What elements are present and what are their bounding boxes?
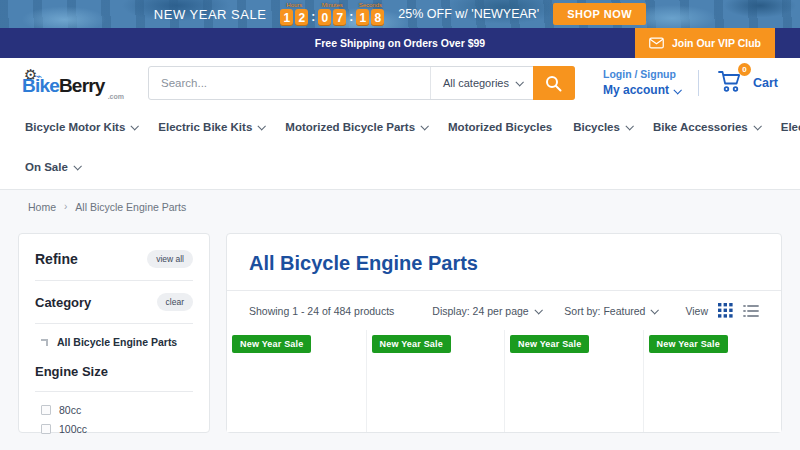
- mail-icon: [649, 37, 664, 49]
- nav-item-bike-accessories[interactable]: Bike Accessories: [653, 121, 760, 133]
- site-header: ⚙⌁ BikeBerry .com All categories Login /…: [0, 58, 800, 108]
- countdown-separator: :: [310, 9, 316, 26]
- display-per-page-dropdown[interactable]: Display: 24 per page: [432, 305, 540, 317]
- countdown-digit: 0: [318, 9, 331, 26]
- product-grid: New Year Sale New Year Sale New Year Sal…: [227, 330, 781, 432]
- view-toggle: View: [685, 303, 759, 318]
- grid-view-button[interactable]: [718, 303, 733, 318]
- chevron-down-icon: [534, 306, 542, 314]
- countdown-seconds: Seconds 1 8: [356, 2, 384, 26]
- chevron-down-icon: [753, 122, 761, 130]
- countdown-minutes-label: Minutes: [322, 2, 343, 9]
- sale-badge: New Year Sale: [649, 335, 728, 353]
- join-vip-club-label: Join Our VIP Club: [672, 37, 761, 49]
- chevron-down-icon: [420, 122, 428, 130]
- results-count: Showing 1 - 24 of 484 products: [249, 305, 394, 317]
- search-input[interactable]: [149, 67, 430, 99]
- countdown-digit: 7: [333, 9, 346, 26]
- checkbox-icon[interactable]: [41, 405, 51, 415]
- announcement-bar: Free Shipping on Orders Over $99 Join Ou…: [0, 28, 800, 58]
- category-selector[interactable]: All categories: [430, 67, 534, 99]
- nav-item-motorized-bicycles[interactable]: Motorized Bicycles: [448, 121, 552, 133]
- chevron-down-icon: [73, 162, 81, 170]
- countdown-digit: 1: [356, 9, 369, 26]
- search-button[interactable]: [533, 66, 575, 100]
- sidebar-divider: [35, 280, 193, 281]
- chevron-down-icon: [625, 122, 633, 130]
- category-title: Category: [35, 295, 91, 310]
- sidebar-divider: [35, 391, 193, 392]
- nav-row-secondary: On Sale: [25, 145, 775, 189]
- search-bar: All categories: [148, 66, 575, 100]
- countdown-hours-label: Hours: [286, 2, 302, 9]
- nav-item-motorized-bicycle-parts[interactable]: Motorized Bicycle Parts: [285, 121, 427, 133]
- my-account-label: My account: [603, 82, 669, 99]
- breadcrumb-current: All Bicycle Engine Parts: [75, 201, 186, 213]
- grid-view-icon: [718, 303, 733, 318]
- category-selector-value: All categories: [443, 77, 509, 89]
- category-bullet-icon: [41, 339, 48, 346]
- join-vip-club-button[interactable]: Join Our VIP Club: [635, 28, 775, 58]
- cart-label: Cart: [753, 76, 778, 90]
- nav-item-on-sale[interactable]: On Sale: [25, 161, 80, 173]
- my-account-menu[interactable]: My account: [603, 82, 680, 99]
- refine-title: Refine: [35, 251, 78, 267]
- checkbox-icon[interactable]: [41, 424, 51, 434]
- sidebar-divider: [35, 323, 193, 324]
- countdown-timer: Hours 1 2 : Minutes 0 7 : Seconds 1 8: [280, 2, 384, 26]
- product-card[interactable]: New Year Sale: [643, 330, 782, 432]
- bikeberry-logo[interactable]: ⚙⌁ BikeBerry .com: [22, 67, 130, 100]
- countdown-minutes: Minutes 0 7: [318, 2, 346, 26]
- search-icon: [545, 75, 562, 92]
- nav-row-primary: Bicycle Motor Kits Electric Bike Kits Mo…: [25, 108, 775, 145]
- product-listing: All Bicycle Engine Parts Showing 1 - 24 …: [226, 233, 782, 433]
- list-view-button[interactable]: [743, 304, 759, 318]
- cart-count-badge: 0: [738, 63, 751, 76]
- sale-badge: New Year Sale: [232, 335, 311, 353]
- countdown-digit: 2: [295, 9, 308, 26]
- product-card[interactable]: New Year Sale: [227, 330, 366, 432]
- page-title: All Bicycle Engine Parts: [227, 234, 781, 290]
- filter-option-100cc[interactable]: 100cc: [41, 423, 193, 435]
- view-label: View: [685, 305, 708, 317]
- chevron-down-icon: [673, 86, 681, 94]
- filter-sidebar: Refine view all Category clear All Bicyc…: [18, 233, 210, 433]
- chevron-down-icon: [258, 122, 266, 130]
- sale-badge: New Year Sale: [510, 335, 589, 353]
- filter-title-engine-size: Engine Size: [35, 364, 193, 379]
- product-card[interactable]: New Year Sale: [366, 330, 505, 432]
- countdown-seconds-label: Seconds: [359, 2, 382, 9]
- cart-button[interactable]: 0 Cart: [717, 69, 778, 97]
- sale-offer-text: 25% OFF w/ 'NEWYEAR': [398, 7, 539, 21]
- view-all-button[interactable]: view all: [147, 250, 193, 268]
- listing-toolbar: Showing 1 - 24 of 484 products Display: …: [227, 291, 781, 330]
- breadcrumb: Home › All Bicycle Engine Parts: [0, 190, 800, 223]
- main-navigation: Bicycle Motor Kits Electric Bike Kits Mo…: [0, 108, 800, 190]
- sale-badge: New Year Sale: [372, 335, 451, 353]
- countdown-separator: :: [348, 9, 354, 26]
- chevron-down-icon: [131, 122, 139, 130]
- nav-item-bicycle-motor-kits[interactable]: Bicycle Motor Kits: [25, 121, 137, 133]
- sale-banner: NEW YEAR SALE Hours 1 2 : Minutes 0 7 : …: [0, 0, 800, 28]
- nav-item-electric-bikes[interactable]: Electric Bikes: [781, 121, 800, 133]
- sort-by-dropdown[interactable]: Sort by: Featured: [564, 305, 657, 317]
- nav-item-bicycles[interactable]: Bicycles: [573, 121, 632, 133]
- header-divider: [698, 70, 699, 96]
- breadcrumb-home-link[interactable]: Home: [28, 201, 56, 213]
- login-signup-link[interactable]: Login / Signup: [603, 67, 680, 82]
- page-content: Refine view all Category clear All Bicyc…: [0, 223, 800, 433]
- nav-item-electric-bike-kits[interactable]: Electric Bike Kits: [158, 121, 264, 133]
- countdown-digit: 1: [280, 9, 293, 26]
- logo-tld: .com: [108, 93, 124, 100]
- breadcrumb-separator: ›: [64, 201, 67, 212]
- chevron-down-icon: [651, 306, 659, 314]
- sale-banner-title: NEW YEAR SALE: [154, 7, 266, 22]
- list-view-icon: [743, 304, 759, 318]
- product-card[interactable]: New Year Sale: [504, 330, 643, 432]
- shop-now-button[interactable]: SHOP NOW: [553, 3, 646, 25]
- clear-button[interactable]: clear: [157, 293, 193, 311]
- free-shipping-text: Free Shipping on Orders Over $99: [315, 37, 485, 49]
- filter-option-80cc[interactable]: 80cc: [41, 404, 193, 416]
- countdown-hours: Hours 1 2: [280, 2, 308, 26]
- category-item-all-bicycle-engine-parts[interactable]: All Bicycle Engine Parts: [41, 336, 193, 348]
